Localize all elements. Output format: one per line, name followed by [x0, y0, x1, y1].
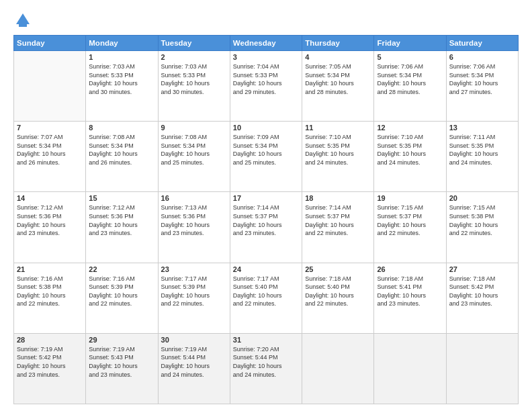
day-number: 14	[17, 194, 83, 202]
day-info: Sunrise: 7:05 AM Sunset: 5:34 PM Dayligh…	[305, 62, 371, 96]
svg-rect-1	[19, 24, 27, 27]
day-number: 22	[89, 265, 154, 273]
weekday-header-saturday: Saturday	[446, 36, 518, 51]
day-info: Sunrise: 7:11 AM Sunset: 5:35 PM Dayligh…	[449, 133, 515, 167]
day-info: Sunrise: 7:12 AM Sunset: 5:36 PM Dayligh…	[89, 203, 154, 237]
day-info: Sunrise: 7:06 AM Sunset: 5:34 PM Dayligh…	[449, 62, 515, 96]
day-info: Sunrise: 7:08 AM Sunset: 5:34 PM Dayligh…	[89, 133, 154, 167]
calendar-cell: 29Sunrise: 7:19 AM Sunset: 5:43 PM Dayli…	[86, 333, 158, 404]
day-info: Sunrise: 7:14 AM Sunset: 5:37 PM Dayligh…	[305, 203, 371, 237]
day-number: 9	[161, 124, 227, 132]
day-number: 10	[233, 124, 299, 132]
calendar-cell: 8Sunrise: 7:08 AM Sunset: 5:34 PM Daylig…	[86, 122, 158, 192]
day-info: Sunrise: 7:13 AM Sunset: 5:36 PM Dayligh…	[161, 203, 227, 237]
week-row-3: 14Sunrise: 7:12 AM Sunset: 5:36 PM Dayli…	[14, 192, 519, 263]
calendar-cell: 1Sunrise: 7:03 AM Sunset: 5:33 PM Daylig…	[86, 51, 158, 122]
day-number: 21	[17, 265, 83, 273]
calendar-cell: 2Sunrise: 7:03 AM Sunset: 5:33 PM Daylig…	[158, 51, 230, 122]
weekday-header-friday: Friday	[374, 36, 446, 51]
week-row-2: 7Sunrise: 7:07 AM Sunset: 5:34 PM Daylig…	[14, 122, 519, 192]
calendar-cell: 14Sunrise: 7:12 AM Sunset: 5:36 PM Dayli…	[14, 192, 86, 263]
day-info: Sunrise: 7:03 AM Sunset: 5:33 PM Dayligh…	[89, 62, 154, 96]
weekday-header-sunday: Sunday	[14, 36, 86, 51]
day-info: Sunrise: 7:06 AM Sunset: 5:34 PM Dayligh…	[377, 62, 443, 96]
day-number: 26	[377, 265, 443, 273]
day-info: Sunrise: 7:08 AM Sunset: 5:34 PM Dayligh…	[161, 133, 227, 167]
header	[13, 11, 519, 30]
day-number: 23	[161, 265, 227, 273]
day-info: Sunrise: 7:16 AM Sunset: 5:39 PM Dayligh…	[89, 275, 154, 308]
day-number: 4	[305, 53, 371, 61]
weekday-header-thursday: Thursday	[302, 36, 374, 51]
day-number: 1	[89, 53, 154, 61]
calendar-cell: 18Sunrise: 7:14 AM Sunset: 5:37 PM Dayli…	[302, 192, 374, 263]
day-number: 5	[377, 53, 443, 61]
day-number: 16	[161, 194, 227, 202]
calendar-cell: 16Sunrise: 7:13 AM Sunset: 5:36 PM Dayli…	[158, 192, 230, 263]
day-number: 24	[233, 265, 299, 273]
day-number: 15	[89, 194, 154, 202]
day-info: Sunrise: 7:12 AM Sunset: 5:36 PM Dayligh…	[17, 203, 83, 237]
calendar-cell	[302, 333, 374, 404]
day-info: Sunrise: 7:10 AM Sunset: 5:35 PM Dayligh…	[305, 133, 371, 167]
day-number: 27	[449, 265, 515, 273]
calendar-cell: 9Sunrise: 7:08 AM Sunset: 5:34 PM Daylig…	[158, 122, 230, 192]
page: SundayMondayTuesdayWednesdayThursdayFrid…	[0, 0, 532, 411]
calendar-cell: 19Sunrise: 7:15 AM Sunset: 5:37 PM Dayli…	[374, 192, 446, 263]
week-row-5: 28Sunrise: 7:19 AM Sunset: 5:42 PM Dayli…	[14, 333, 519, 404]
calendar-cell: 6Sunrise: 7:06 AM Sunset: 5:34 PM Daylig…	[446, 51, 518, 122]
day-number: 13	[449, 124, 515, 132]
calendar-cell: 28Sunrise: 7:19 AM Sunset: 5:42 PM Dayli…	[14, 333, 86, 404]
calendar-cell: 4Sunrise: 7:05 AM Sunset: 5:34 PM Daylig…	[302, 51, 374, 122]
calendar-cell	[374, 333, 446, 404]
day-info: Sunrise: 7:17 AM Sunset: 5:40 PM Dayligh…	[233, 275, 299, 308]
day-info: Sunrise: 7:16 AM Sunset: 5:38 PM Dayligh…	[17, 275, 83, 308]
day-number: 17	[233, 194, 299, 202]
day-info: Sunrise: 7:15 AM Sunset: 5:37 PM Dayligh…	[377, 203, 443, 237]
svg-marker-0	[16, 13, 30, 24]
logo-icon	[13, 11, 32, 30]
day-number: 19	[377, 194, 443, 202]
logo	[13, 11, 35, 30]
calendar-cell: 27Sunrise: 7:18 AM Sunset: 5:42 PM Dayli…	[446, 263, 518, 333]
calendar-cell: 31Sunrise: 7:20 AM Sunset: 5:44 PM Dayli…	[230, 333, 302, 404]
day-number: 28	[17, 336, 83, 344]
day-number: 8	[89, 124, 154, 132]
day-number: 7	[17, 124, 83, 132]
calendar-cell: 12Sunrise: 7:10 AM Sunset: 5:35 PM Dayli…	[374, 122, 446, 192]
calendar-cell: 15Sunrise: 7:12 AM Sunset: 5:36 PM Dayli…	[86, 192, 158, 263]
day-info: Sunrise: 7:17 AM Sunset: 5:39 PM Dayligh…	[161, 275, 227, 308]
day-number: 30	[161, 336, 227, 344]
calendar-cell: 10Sunrise: 7:09 AM Sunset: 5:34 PM Dayli…	[230, 122, 302, 192]
calendar-cell: 3Sunrise: 7:04 AM Sunset: 5:33 PM Daylig…	[230, 51, 302, 122]
day-number: 29	[89, 336, 154, 344]
calendar-cell	[14, 51, 86, 122]
day-number: 31	[233, 336, 299, 344]
day-info: Sunrise: 7:18 AM Sunset: 5:42 PM Dayligh…	[449, 275, 515, 308]
calendar-cell: 5Sunrise: 7:06 AM Sunset: 5:34 PM Daylig…	[374, 51, 446, 122]
day-number: 11	[305, 124, 371, 132]
day-info: Sunrise: 7:18 AM Sunset: 5:40 PM Dayligh…	[305, 275, 371, 308]
day-number: 2	[161, 53, 227, 61]
day-info: Sunrise: 7:15 AM Sunset: 5:38 PM Dayligh…	[449, 203, 515, 237]
calendar-cell: 7Sunrise: 7:07 AM Sunset: 5:34 PM Daylig…	[14, 122, 86, 192]
calendar-cell: 26Sunrise: 7:18 AM Sunset: 5:41 PM Dayli…	[374, 263, 446, 333]
week-row-1: 1Sunrise: 7:03 AM Sunset: 5:33 PM Daylig…	[14, 51, 519, 122]
day-number: 18	[305, 194, 371, 202]
calendar-cell: 25Sunrise: 7:18 AM Sunset: 5:40 PM Dayli…	[302, 263, 374, 333]
day-info: Sunrise: 7:19 AM Sunset: 5:44 PM Dayligh…	[161, 345, 227, 379]
day-info: Sunrise: 7:19 AM Sunset: 5:43 PM Dayligh…	[89, 345, 154, 379]
day-number: 25	[305, 265, 371, 273]
day-info: Sunrise: 7:20 AM Sunset: 5:44 PM Dayligh…	[233, 345, 299, 379]
calendar-cell: 13Sunrise: 7:11 AM Sunset: 5:35 PM Dayli…	[446, 122, 518, 192]
calendar-cell: 30Sunrise: 7:19 AM Sunset: 5:44 PM Dayli…	[158, 333, 230, 404]
day-info: Sunrise: 7:18 AM Sunset: 5:41 PM Dayligh…	[377, 275, 443, 308]
calendar-header: SundayMondayTuesdayWednesdayThursdayFrid…	[14, 36, 519, 51]
calendar-cell: 22Sunrise: 7:16 AM Sunset: 5:39 PM Dayli…	[86, 263, 158, 333]
calendar-table: SundayMondayTuesdayWednesdayThursdayFrid…	[13, 35, 519, 404]
weekday-row: SundayMondayTuesdayWednesdayThursdayFrid…	[14, 36, 519, 51]
day-number: 3	[233, 53, 299, 61]
calendar-cell: 11Sunrise: 7:10 AM Sunset: 5:35 PM Dayli…	[302, 122, 374, 192]
week-row-4: 21Sunrise: 7:16 AM Sunset: 5:38 PM Dayli…	[14, 263, 519, 333]
calendar-cell: 24Sunrise: 7:17 AM Sunset: 5:40 PM Dayli…	[230, 263, 302, 333]
